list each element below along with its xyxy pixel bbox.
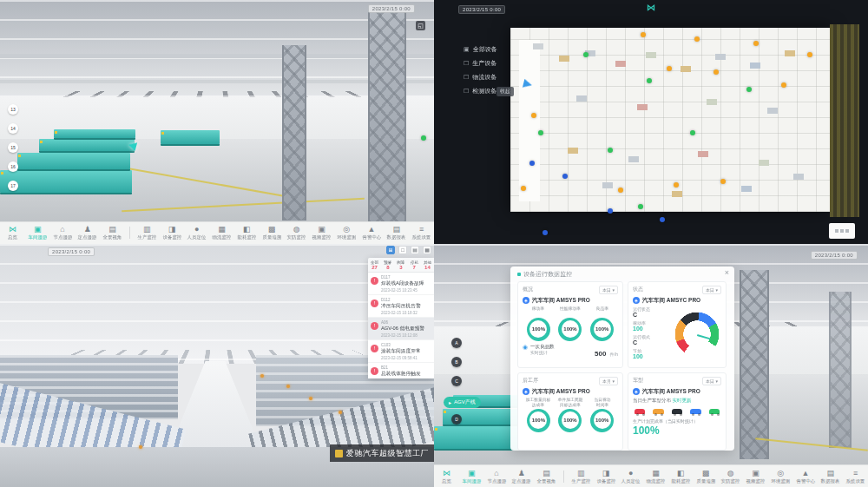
card-filter-dropdown[interactable]: 本月 ▾ bbox=[599, 377, 618, 385]
station-badge[interactable]: C bbox=[451, 376, 462, 386]
checkbox-icon[interactable]: ☐ bbox=[464, 88, 469, 95]
status-marker-green[interactable] bbox=[421, 135, 426, 141]
device-marker-o[interactable] bbox=[807, 52, 812, 57]
toolbar-item-right-9[interactable]: ▲告警中心 bbox=[359, 225, 385, 240]
toolbar-item-right-1[interactable]: ◨设备监控 bbox=[160, 225, 185, 240]
toolbar-item-right-7[interactable]: ▣视频监控 bbox=[309, 225, 334, 240]
alarm-row[interactable]: !D117焊装线A段设备故障2023-02-15 10:23:45 bbox=[368, 273, 434, 295]
station-badge[interactable]: 16 bbox=[8, 161, 18, 172]
device-marker-g[interactable] bbox=[647, 78, 652, 83]
alarm-tab-1[interactable]: 预警8 bbox=[381, 260, 394, 270]
close-icon[interactable]: × bbox=[725, 269, 729, 277]
device-marker-o[interactable] bbox=[531, 113, 536, 118]
toolbar-item-left-4[interactable]: ▤全景视角 bbox=[534, 469, 559, 484]
device-marker-o[interactable] bbox=[720, 179, 726, 184]
card-filter-dropdown[interactable]: 本日 ▾ bbox=[599, 286, 618, 294]
toolbar-item-right-11[interactable]: ≡系统设置 bbox=[409, 225, 434, 240]
toolbar-item-left-4[interactable]: ▤全景视角 bbox=[100, 225, 125, 240]
toolbar-item-right-3[interactable]: ▦物流监控 bbox=[209, 225, 234, 240]
minimap-widget[interactable] bbox=[829, 223, 855, 239]
station-badge[interactable]: 17 bbox=[8, 181, 18, 191]
toolbar-item-right-10[interactable]: ▤数据报表 bbox=[384, 225, 409, 240]
device-marker-b[interactable] bbox=[608, 208, 613, 214]
alarm-row[interactable]: !C103涂装车间温度异常2023-02-15 09:58:41 bbox=[368, 340, 434, 363]
toolbar-item-left-3[interactable]: ♟定点漫游 bbox=[509, 469, 534, 484]
toolbar-item-right-7[interactable]: ▣视频监控 bbox=[743, 469, 768, 484]
alarm-tab-0[interactable]: 全部27 bbox=[368, 260, 381, 270]
device-marker-b[interactable] bbox=[529, 161, 535, 166]
panel-window-button-1[interactable]: □ bbox=[398, 246, 407, 254]
device-marker-o[interactable] bbox=[521, 186, 526, 191]
alarm-tab-2[interactable]: 故障3 bbox=[394, 260, 407, 270]
minimap-toggle-button[interactable]: ◱ bbox=[416, 21, 425, 30]
device-marker-o[interactable] bbox=[781, 82, 786, 88]
toolbar-item-right-8[interactable]: ◎环境监测 bbox=[768, 469, 793, 484]
device-marker-o[interactable] bbox=[753, 41, 759, 46]
device-marker-o[interactable] bbox=[641, 32, 646, 37]
device-marker-b[interactable] bbox=[660, 217, 665, 222]
factory-floorplan[interactable] bbox=[510, 28, 830, 212]
device-filter-item-3[interactable]: ☐检测设备 bbox=[464, 87, 497, 95]
device-marker-b[interactable] bbox=[542, 230, 548, 235]
alarm-row[interactable]: !A06AGV-06 低电量预警2023-02-15 10:12:08 bbox=[368, 318, 434, 340]
alarm-row[interactable]: !D112冲压车间压机告警2023-02-15 10:18:32 bbox=[368, 295, 434, 318]
toolbar-item-left-2[interactable]: ⌂节点漫游 bbox=[484, 469, 510, 484]
checkbox-icon[interactable]: ☐ bbox=[464, 60, 469, 67]
agv-line-pill-button[interactable]: ▸ AGV产线 bbox=[444, 397, 481, 408]
alarm-row[interactable]: !B21总装线体急停触发2023-02-15 09:47:19 bbox=[368, 363, 434, 378]
device-filter-item-1[interactable]: ☐生产设备 bbox=[464, 59, 497, 68]
toolbar-item-right-9[interactable]: ▲告警中心 bbox=[793, 469, 819, 484]
device-marker-b[interactable] bbox=[562, 174, 568, 179]
toolbar-item-left-1[interactable]: ▣车间漫游 bbox=[459, 469, 484, 484]
toolbar-item-left-0[interactable]: ⋈总览 bbox=[0, 225, 25, 240]
toolbar-item-right-4[interactable]: ◧能耗监控 bbox=[234, 225, 260, 240]
toolbar-item-right-10[interactable]: ▤数据报表 bbox=[818, 469, 843, 484]
toolbar-item-right-8[interactable]: ◎环境监测 bbox=[334, 225, 359, 240]
device-marker-o[interactable] bbox=[618, 188, 623, 193]
toolbar-item-right-2[interactable]: ●人员定位 bbox=[184, 225, 209, 240]
panel-window-button-2[interactable]: ▤ bbox=[411, 246, 419, 254]
device-marker-o[interactable] bbox=[713, 69, 719, 75]
toolbar-item-right-4[interactable]: ◧能耗监控 bbox=[668, 469, 694, 484]
device-marker-g[interactable] bbox=[746, 87, 752, 92]
toolbar-item-right-6[interactable]: ◍安防监控 bbox=[284, 225, 309, 240]
card-filter-dropdown[interactable]: 本日 ▾ bbox=[702, 286, 721, 294]
station-badge[interactable]: A bbox=[451, 338, 462, 348]
device-marker-g[interactable] bbox=[690, 130, 695, 135]
alarm-tab-3[interactable]: 停机7 bbox=[408, 260, 421, 270]
toolbar-item-right-0[interactable]: ▥生产监控 bbox=[135, 225, 160, 240]
toolbar-item-right-1[interactable]: ◨设备监控 bbox=[594, 469, 619, 484]
toolbar-item-right-5[interactable]: ▩质量追溯 bbox=[694, 469, 719, 484]
toolbar-item-right-5[interactable]: ▩质量追溯 bbox=[260, 225, 285, 240]
station-badge[interactable]: 13 bbox=[8, 104, 18, 115]
toolbar-item-left-3[interactable]: ♟定点漫游 bbox=[75, 225, 100, 240]
card-filter-dropdown[interactable]: 本日 ▾ bbox=[702, 377, 721, 385]
toolbar-item-left-2[interactable]: ⌂节点漫游 bbox=[50, 225, 76, 240]
toolbar-item-right-11[interactable]: ≡系统设置 bbox=[843, 469, 868, 484]
device-filter-item-0[interactable]: ▣全部设备 bbox=[464, 45, 497, 54]
toolbar-item-right-6[interactable]: ◍安防监控 bbox=[718, 469, 743, 484]
device-filter-item-2[interactable]: ☐物流设备 bbox=[464, 73, 497, 82]
device-marker-g[interactable] bbox=[538, 130, 543, 135]
toolbar-item-right-3[interactable]: ▦物流监控 bbox=[643, 469, 668, 484]
station-badge[interactable]: D bbox=[451, 414, 462, 424]
station-badge[interactable]: 14 bbox=[8, 123, 18, 134]
device-marker-g[interactable] bbox=[583, 52, 589, 57]
station-badge[interactable]: B bbox=[451, 357, 462, 367]
checkbox-icon[interactable]: ☐ bbox=[464, 74, 469, 81]
menu-collapse-button[interactable]: 收起 bbox=[496, 87, 514, 96]
device-marker-o[interactable] bbox=[667, 66, 672, 71]
device-marker-o[interactable] bbox=[694, 36, 700, 42]
device-marker-g[interactable] bbox=[638, 204, 643, 209]
toolbar-item-left-1[interactable]: ▣车间漫游 bbox=[25, 225, 50, 240]
panel-window-button-3[interactable]: ▦ bbox=[423, 246, 431, 254]
panel-window-button-0[interactable]: ⊞ bbox=[386, 246, 395, 254]
alarm-tab-4[interactable]: 其他14 bbox=[421, 260, 434, 270]
device-marker-g[interactable] bbox=[608, 148, 613, 153]
toolbar-item-left-0[interactable]: ⋈总览 bbox=[434, 469, 459, 484]
checkbox-icon[interactable]: ▣ bbox=[464, 46, 470, 53]
station-badge[interactable]: 15 bbox=[8, 142, 18, 153]
toolbar-item-right-0[interactable]: ▥生产监控 bbox=[569, 469, 594, 484]
device-marker-o[interactable] bbox=[674, 182, 679, 188]
toolbar-item-right-2[interactable]: ●人员定位 bbox=[618, 469, 643, 484]
